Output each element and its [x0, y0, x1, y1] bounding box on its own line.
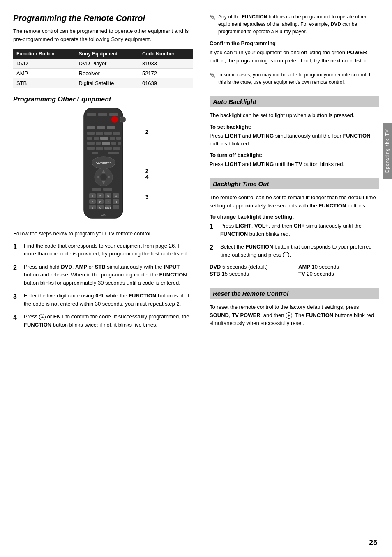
backlight-steps: Press LIGHT, VOL+, and then CH+ simultan…: [210, 222, 379, 259]
svg-rect-2: [98, 113, 107, 116]
remote-diagram: FAVORITES 1: [13, 107, 193, 222]
table-header-function: Function Button: [13, 49, 76, 59]
svg-rect-27: [92, 152, 98, 154]
svg-text:3: 3: [107, 194, 109, 198]
steps-list: Find the code that corresponds to your e…: [13, 242, 193, 329]
svg-rect-23: [87, 147, 95, 150]
svg-point-4: [111, 116, 118, 123]
time-table: DVD 5 seconds (default)AMP 10 secondsSTB…: [210, 264, 379, 277]
autobacklight-header: Auto Backlight: [210, 96, 379, 107]
page: Programming the Remote Control The remot…: [0, 0, 392, 557]
section2-title: Programming Other Equipment: [13, 96, 193, 103]
autobacklight-text: The backlight can be set to light up whe…: [210, 111, 379, 120]
callout-2: 2: [145, 129, 149, 135]
table-cell: Digital Satellite: [76, 78, 139, 88]
svg-rect-6: [87, 126, 95, 129]
table-cell: 01639: [139, 78, 193, 88]
svg-rect-7: [97, 126, 105, 129]
svg-rect-1: [87, 113, 96, 116]
confirm-section: Confirm the Programming If you can turn …: [210, 40, 379, 64]
svg-text:0: 0: [99, 206, 101, 209]
right-column: ✎ Any of the FUNCTION buttons can be pro…: [201, 0, 392, 557]
svg-rect-13: [87, 137, 92, 140]
note-icon-2: ✎: [210, 71, 216, 86]
equipment-table: Function Button Sony Equipment Code Numb…: [13, 49, 193, 88]
svg-rect-26: [113, 147, 120, 150]
backlight-step-1: Press LIGHT, VOL+, and then CH+ simultan…: [210, 222, 379, 238]
svg-rect-38: [103, 188, 112, 191]
step-4-text: Press + or ENT to confirm the code. If s…: [24, 313, 193, 329]
svg-rect-17: [116, 137, 121, 140]
set-backlight-text: Press LIGHT and MUTING simultaneously un…: [210, 132, 379, 148]
table-cell: 52172: [139, 69, 193, 78]
table-cell: DVD: [13, 59, 76, 69]
svg-text:CH.: CH.: [101, 213, 106, 216]
svg-text:9: 9: [91, 206, 93, 209]
svg-text:7: 7: [107, 200, 109, 204]
step-3-text: Enter the five digit code using 0-9. whi…: [24, 292, 193, 308]
table-row: AMPReceiver52172: [13, 69, 193, 78]
svg-text:ENT: ENT: [105, 206, 111, 209]
turn-off-text: Press LIGHT and MUTING until the TV butt…: [210, 160, 379, 168]
side-label: Operating the TV: [383, 123, 392, 179]
divider-2: [210, 173, 379, 173]
enter-btn: +: [39, 314, 46, 320]
backlight-step-2: Select the FUNCTION button that correspo…: [210, 243, 379, 259]
set-backlight-heading: To set backlight:: [210, 124, 379, 130]
step-3: Enter the five digit code using 0-9. whi…: [13, 292, 193, 308]
confirm-heading: Confirm the Programming: [210, 40, 379, 46]
svg-rect-20: [102, 142, 110, 145]
divider-3: [210, 283, 379, 283]
note-box-1: ✎ Any of the FUNCTION buttons can be pro…: [210, 13, 379, 35]
note-icon-1: ✎: [210, 13, 216, 35]
turn-off-heading: To turn off backlight:: [210, 152, 379, 158]
note-text-1: Any of the FUNCTION buttons can be progr…: [218, 13, 379, 35]
page-title: Programming the Remote Control: [13, 13, 193, 23]
svg-rect-18: [87, 142, 95, 145]
table-cell: DVD Player: [76, 59, 139, 69]
table-cell: STB: [13, 78, 76, 88]
confirm-text: If you can turn your equipment on and of…: [210, 48, 379, 64]
page-number: 25: [369, 539, 377, 547]
note-box-2: ✎ In some cases, you may not be able to …: [210, 71, 379, 86]
svg-rect-19: [96, 142, 101, 145]
svg-rect-16: [110, 137, 115, 140]
divider-1: [210, 91, 379, 91]
step-1-text: Find the code that corresponds to your e…: [24, 242, 193, 258]
callout-24: 24: [145, 168, 149, 181]
backlight-timeout-text: The remote control can be set to remain …: [210, 193, 379, 209]
change-heading: To change backlight time setting:: [210, 214, 379, 220]
table-row: STBDigital Satellite01639: [13, 78, 193, 88]
enter-button-icon-2: +: [286, 312, 292, 319]
step-2-text: Press and hold DVD, AMP or STB simultane…: [24, 263, 193, 287]
step-2: Press and hold DVD, AMP or STB simultane…: [13, 263, 193, 287]
reset-header: Reset the Remote Control: [210, 288, 379, 299]
backlight-step-1-text: Press LIGHT, VOL+, and then CH+ simultan…: [220, 222, 379, 238]
time-table-entry: AMP 10 seconds: [298, 264, 379, 270]
svg-rect-15: [100, 137, 108, 140]
reset-text: To reset the remote control to the facto…: [210, 303, 379, 327]
callout-3: 3: [145, 193, 149, 200]
svg-text:1: 1: [91, 194, 93, 198]
table-header-equipment: Sony Equipment: [76, 49, 139, 59]
step-4: Press + or ENT to confirm the code. If s…: [13, 313, 193, 329]
svg-rect-21: [111, 142, 116, 145]
svg-rect-8: [107, 126, 115, 129]
backlight-timeout-header: Backlight Time Out: [210, 178, 379, 189]
step-1: Find the code that corresponds to your e…: [13, 242, 193, 258]
svg-text:6: 6: [99, 200, 101, 204]
svg-rect-9: [87, 132, 95, 135]
table-cell: 31033: [139, 59, 193, 69]
svg-rect-12: [113, 132, 120, 135]
svg-rect-58: [113, 205, 119, 209]
svg-rect-11: [104, 132, 112, 135]
svg-rect-25: [104, 147, 112, 150]
enter-button-icon: +: [283, 252, 289, 258]
svg-point-5: [120, 117, 126, 122]
table-cell: AMP: [13, 69, 76, 78]
svg-point-32: [100, 174, 107, 180]
svg-rect-3: [109, 113, 118, 116]
intro-text: The remote control can be programmed to …: [13, 27, 193, 43]
time-table-entry: TV 20 seconds: [298, 271, 379, 277]
svg-text:8: 8: [115, 200, 117, 204]
